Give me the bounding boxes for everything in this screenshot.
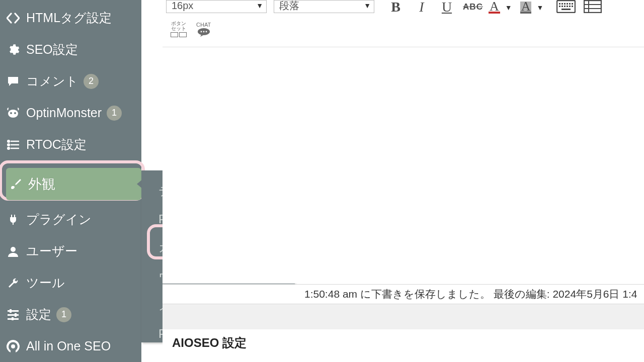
sidebar-item-label: HTMLタグ設定 — [26, 10, 112, 26]
font-size-value: 16px — [172, 0, 193, 12]
button-set-icon — [170, 32, 187, 37]
sidebar-item-label: SEO設定 — [26, 41, 78, 58]
svg-point-0 — [8, 110, 18, 118]
svg-rect-24 — [559, 6, 560, 7]
svg-rect-10 — [8, 310, 19, 312]
svg-rect-20 — [564, 3, 566, 5]
svg-rect-25 — [561, 6, 563, 7]
svg-rect-23 — [572, 3, 573, 5]
sidebar-item-label: All in One SEO — [26, 339, 111, 353]
sidebar-item-tools[interactable]: ツール — [0, 267, 141, 299]
sidebar-item-plugins[interactable]: プラグイン — [0, 204, 141, 235]
sidebar-item-appearance[interactable]: 外観 — [0, 164, 141, 204]
sidebar-item-label: OptinMonster — [26, 106, 102, 120]
svg-rect-29 — [572, 6, 573, 7]
svg-rect-21 — [567, 3, 568, 5]
chat-label: CHAT — [196, 22, 211, 28]
highlight-color-icon: A — [520, 2, 532, 14]
chat-icon — [197, 28, 210, 37]
count-badge: 1 — [107, 106, 122, 121]
svg-rect-11 — [8, 314, 19, 316]
sidebar-item-optinmonster[interactable]: OptinMonster 1 — [0, 97, 141, 129]
svg-point-1 — [10, 112, 12, 114]
chat-button[interactable]: CHAT — [196, 22, 211, 37]
gear-icon — [5, 43, 21, 56]
font-size-select[interactable]: 16px ▼ — [166, 0, 267, 13]
svg-rect-15 — [12, 317, 14, 320]
svg-point-36 — [200, 31, 202, 33]
svg-rect-31 — [584, 1, 601, 13]
sidebar-item-comments[interactable]: コメント 2 — [0, 65, 141, 97]
code-icon — [5, 13, 21, 24]
editor-canvas[interactable] — [163, 47, 644, 284]
svg-point-6 — [8, 140, 10, 142]
underline-button[interactable]: U — [436, 0, 457, 14]
sidebar-item-label: コメント — [26, 73, 78, 89]
sidebar-item-seo[interactable]: SEO設定 — [0, 34, 141, 65]
sidebar-item-users[interactable]: ユーザー — [0, 235, 141, 267]
sidebar-item-rtoc[interactable]: RTOC設定 — [0, 129, 141, 160]
button-set-label: ボタン セット — [171, 21, 186, 31]
italic-button[interactable]: I — [411, 0, 432, 14]
sidebar-item-label: 設定 — [26, 306, 51, 323]
sliders-icon — [5, 309, 21, 320]
sidebar-item-html-tag[interactable]: HTMLタグ設定 — [0, 2, 141, 34]
strikethrough-button[interactable]: ABC — [462, 0, 484, 14]
comment-icon — [5, 76, 21, 87]
svg-rect-13 — [10, 309, 12, 313]
svg-rect-28 — [569, 6, 571, 7]
svg-point-2 — [14, 112, 16, 114]
svg-point-38 — [205, 31, 207, 33]
chevron-down-icon: ▼ — [536, 4, 543, 12]
wrench-icon — [5, 277, 21, 289]
status-text: 1:50:48 am に下書きを保存しました。 最後の編集: 2024年5月6日… — [304, 287, 637, 301]
bold-button[interactable]: B — [384, 0, 407, 14]
highlight-color-button[interactable]: A ▼ — [520, 0, 544, 15]
sidebar-item-settings[interactable]: 設定 1 — [0, 299, 141, 330]
svg-rect-26 — [564, 6, 566, 7]
chevron-down-icon: ▼ — [364, 2, 371, 10]
svg-point-9 — [11, 247, 16, 252]
status-bar: 1:50:48 am に下書きを保存しました。 最後の編集: 2024年5月6日… — [163, 284, 644, 304]
svg-rect-19 — [561, 3, 563, 5]
svg-point-7 — [8, 144, 10, 146]
button-set-button[interactable]: ボタン セット — [170, 21, 187, 37]
sidebar-item-label: ユーザー — [26, 243, 77, 259]
svg-rect-18 — [559, 3, 560, 5]
text-color-icon: A — [489, 2, 500, 14]
text-color-button[interactable]: A ▼ — [489, 0, 512, 15]
chevron-down-icon: ▼ — [505, 4, 512, 12]
svg-rect-14 — [15, 313, 17, 317]
sidebar-item-label: RTOC設定 — [26, 136, 87, 153]
admin-sidebar: HTMLタグ設定 SEO設定 コメント 2 OptinMonster 1 RTO… — [0, 0, 141, 362]
plug-icon — [5, 214, 21, 226]
aioseo-heading: AIOSEO 設定 — [172, 335, 247, 351]
aioseo-icon — [5, 339, 21, 353]
svg-rect-27 — [567, 6, 568, 7]
sidebar-item-label: 外観 — [28, 175, 55, 193]
brush-icon — [8, 178, 24, 190]
sidebar-item-label: プラグイン — [26, 211, 92, 228]
sidebar-item-aioseo[interactable]: All in One SEO — [0, 330, 141, 362]
paragraph-value: 段落 — [279, 0, 299, 13]
editor-toolbar: 16px ▼ 段落 ▼ B I U ABC A ▼ A ▼ ボタン セット — [166, 0, 644, 45]
chevron-down-icon: ▼ — [256, 2, 263, 10]
count-badge: 1 — [56, 307, 71, 322]
table-button[interactable] — [584, 0, 602, 13]
list-icon — [5, 140, 21, 150]
optinmonster-icon — [5, 107, 21, 119]
sidebar-item-label: ツール — [26, 275, 65, 291]
svg-point-16 — [11, 344, 15, 348]
svg-rect-30 — [561, 9, 571, 10]
user-icon — [5, 245, 21, 257]
count-badge: 2 — [84, 74, 99, 89]
svg-rect-22 — [569, 3, 571, 5]
paragraph-select[interactable]: 段落 ▼ — [274, 0, 374, 13]
svg-point-8 — [8, 147, 10, 149]
svg-point-37 — [203, 31, 204, 33]
keyboard-button[interactable] — [556, 0, 576, 13]
